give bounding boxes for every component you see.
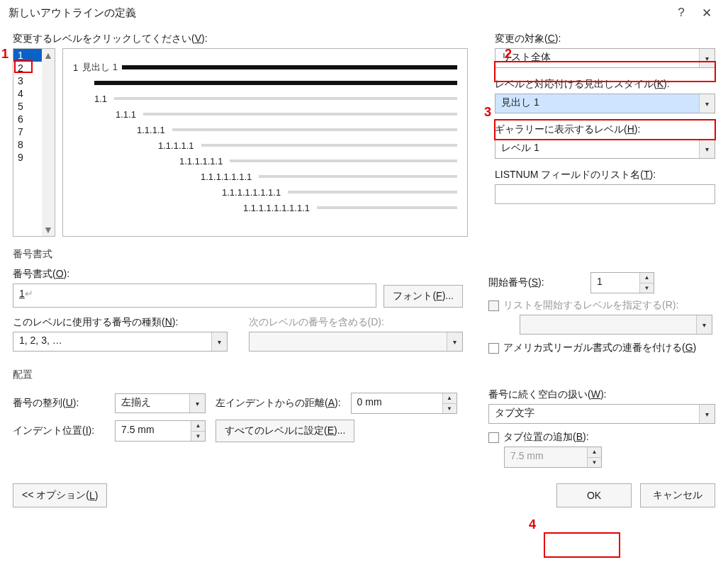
position-group-title: 配置	[13, 369, 715, 381]
font-button[interactable]: フォント(F)...	[383, 285, 463, 308]
ok-button[interactable]: OK	[556, 483, 632, 507]
spin-up-icon[interactable]: ▲	[443, 393, 457, 404]
restart-checkbox: リストを開始するレベルを指定する(R):	[488, 299, 715, 312]
spin-down-icon[interactable]: ▼	[191, 432, 205, 442]
applyto-label: 変更の対象(C):	[495, 33, 715, 45]
legal-checkbox[interactable]: アメリカ式リーガル書式の連番を付ける(G)	[488, 342, 715, 354]
applyto-select[interactable]: リスト全体▾	[495, 48, 715, 68]
indentat-spinner[interactable]: 7.5 mm ▲▼	[115, 420, 206, 442]
spin-up-icon: ▲	[588, 447, 601, 458]
linkstyle-label: レベルと対応付ける見出しスタイル(K):	[495, 78, 715, 91]
dialog-title: 新しいアウトラインの定義	[9, 6, 668, 20]
numberformat-group-title: 番号書式	[13, 248, 715, 261]
level-item[interactable]: 4	[13, 87, 42, 100]
close-button[interactable]: ✕	[694, 0, 719, 26]
chevron-down-icon: ▾	[696, 315, 712, 334]
startat-label: 開始番号(S):	[488, 276, 581, 289]
numberformat-label: 番号書式(O):	[13, 268, 463, 281]
alignedat-spinner[interactable]: 0 mm ▲▼	[351, 393, 457, 414]
chevron-down-icon: ▾	[699, 140, 715, 158]
chevron-down-icon: ▾	[699, 94, 715, 113]
chevron-down-icon: ▾	[699, 49, 715, 67]
titlebar: 新しいアウトラインの定義 ? ✕	[0, 0, 728, 26]
gallery-label: ギャラリーに表示するレベル(H):	[495, 123, 715, 136]
level-item[interactable]: 5	[13, 100, 42, 113]
alignedat-label: 左インデントからの距離(A):	[215, 397, 341, 410]
align-select[interactable]: 左揃え▾	[115, 393, 206, 413]
level-item[interactable]: 8	[13, 138, 42, 151]
includenumber-label: 次のレベルの番号を含める(D):	[249, 316, 464, 329]
level-listbox[interactable]: 123456789 ▲▼	[13, 48, 55, 237]
spin-down-icon[interactable]: ▼	[443, 404, 457, 414]
level-scrollbar[interactable]: ▲▼	[42, 49, 55, 236]
level-item[interactable]: 7	[13, 125, 42, 138]
gallery-select[interactable]: レベル 1▾	[495, 139, 715, 159]
chevron-down-icon: ▾	[211, 332, 227, 351]
chevron-down-icon: ▾	[699, 405, 715, 423]
restart-level-select: ▾	[520, 315, 712, 335]
levels-label: 変更するレベルをクリックしてください(V):	[13, 33, 225, 45]
level-item[interactable]: 1	[13, 49, 42, 62]
linkstyle-select[interactable]: 見出し 1▾	[495, 94, 715, 113]
follownumber-label: 番号に続く空白の扱い(W):	[488, 388, 715, 401]
help-button[interactable]: ?	[668, 0, 694, 26]
follownumber-select[interactable]: タブ文字▾	[488, 404, 715, 424]
includenumber-select: ▾	[249, 332, 464, 352]
level-item[interactable]: 9	[13, 151, 42, 164]
listnum-input[interactable]	[495, 184, 715, 204]
align-label: 番号の整列(U):	[13, 397, 105, 410]
startat-spinner[interactable]: 1 ▲▼	[590, 272, 654, 293]
outline-preview: 1見出し 11.11.1.11.1.1.11.1.1.1.11.1.1.1.1.…	[62, 48, 468, 237]
spin-up-icon[interactable]: ▲	[191, 421, 205, 432]
numbertype-label: このレベルに使用する番号の種類(N):	[13, 316, 228, 329]
options-button[interactable]: << オプション(L)	[13, 483, 107, 507]
indentat-label: インデント位置(I):	[13, 425, 105, 437]
spin-down-icon: ▼	[588, 458, 601, 468]
numbertype-select[interactable]: 1, 2, 3, …▾	[13, 332, 228, 352]
tabadd-checkbox[interactable]: タブ位置の追加(B):	[488, 431, 715, 444]
spin-down-icon[interactable]: ▼	[640, 284, 654, 293]
level-item[interactable]: 2	[13, 62, 42, 74]
spin-up-icon[interactable]: ▲	[640, 273, 654, 284]
numberformat-input[interactable]: 1↵	[13, 284, 376, 308]
listnum-label: LISTNUM フィールドのリスト名(T):	[495, 169, 715, 181]
setall-button[interactable]: すべてのレベルに設定(E)...	[215, 420, 354, 442]
cancel-button[interactable]: キャンセル	[640, 483, 715, 507]
level-item[interactable]: 6	[13, 113, 42, 125]
annotation-4-box	[544, 532, 620, 558]
tabadd-spinner: 7.5 mm ▲▼	[504, 447, 602, 468]
chevron-down-icon: ▾	[447, 332, 462, 351]
chevron-down-icon: ▾	[189, 394, 205, 412]
level-item[interactable]: 3	[13, 74, 42, 87]
